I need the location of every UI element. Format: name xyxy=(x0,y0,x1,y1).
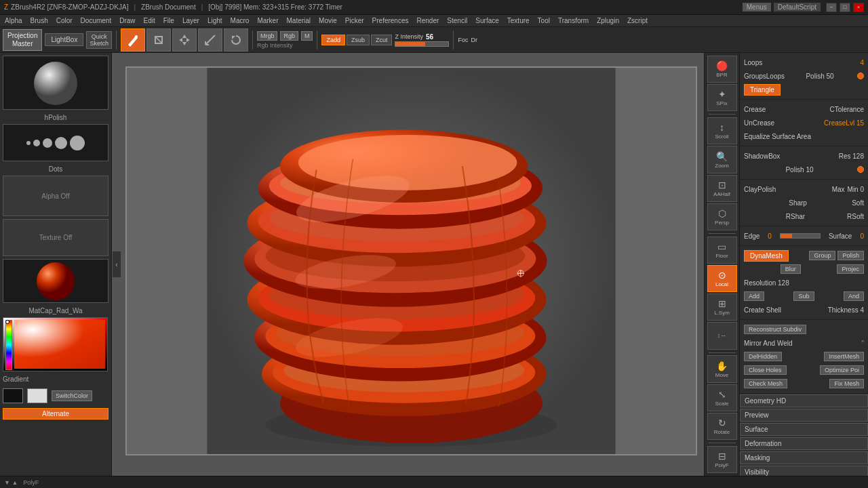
resolution-label[interactable]: Resolution 128 xyxy=(744,279,789,287)
mirror-weld-value[interactable]: " xyxy=(861,340,864,347)
minimize-btn[interactable]: − xyxy=(826,3,837,12)
add-btn[interactable]: Add xyxy=(744,291,764,301)
sharp-label[interactable]: Sharp xyxy=(789,199,807,207)
menu-marker[interactable]: Marker xyxy=(255,16,280,25)
edge-slider[interactable] xyxy=(780,233,821,239)
maximize-btn[interactable]: □ xyxy=(840,3,850,12)
insertmesh-btn[interactable]: InsertMesh xyxy=(824,352,864,361)
polish10-toggle[interactable] xyxy=(857,166,864,173)
delhidden-btn[interactable]: DelHidden xyxy=(744,352,782,361)
menu-draw[interactable]: Draw xyxy=(117,16,137,25)
deformation-btn[interactable]: Deformation xyxy=(740,437,868,450)
menu-zplugin[interactable]: Zplugin xyxy=(595,16,621,25)
polish50-label[interactable]: Polish 50 xyxy=(806,73,833,80)
hue-strip[interactable] xyxy=(5,320,12,370)
menu-render[interactable]: Render xyxy=(415,16,441,25)
menu-tool[interactable]: Tool xyxy=(536,16,552,25)
script-btn[interactable]: DefaultScript xyxy=(774,3,821,12)
creaselv-label[interactable]: CreaseLvl 15 xyxy=(824,119,864,127)
bpr-btn[interactable]: 🔴 BPR xyxy=(707,56,737,83)
material-preview[interactable] xyxy=(3,259,108,303)
menu-file[interactable]: File xyxy=(161,16,176,25)
menu-surface[interactable]: Surface xyxy=(473,16,500,25)
canvas-area[interactable] xyxy=(112,53,704,476)
polyf-btn[interactable]: ⊟ PolyF xyxy=(707,446,737,473)
rgb-toggle[interactable]: Rgb xyxy=(280,31,298,41)
blur-btn[interactable]: Blur xyxy=(781,264,801,274)
fix-mesh-btn[interactable]: Fix Mesh xyxy=(829,379,864,388)
optimize-poi-btn[interactable]: Optimize Poi xyxy=(820,365,864,375)
visibility-btn[interactable]: Visibility xyxy=(740,466,868,476)
polish-btn[interactable]: Polish xyxy=(837,251,864,260)
geometry-hd-btn[interactable]: Geometry HD xyxy=(740,394,868,407)
canvas-inner[interactable] xyxy=(125,66,697,455)
scale-btn[interactable] xyxy=(198,28,222,52)
move-tool-btn[interactable]: ✋ Move xyxy=(707,355,737,382)
mrgb-toggle[interactable]: Mrgb xyxy=(257,31,278,41)
claypolish-label[interactable]: ClayPolish xyxy=(744,186,776,193)
alpha-preview[interactable]: Alpha Off xyxy=(3,176,108,216)
dots-preview[interactable] xyxy=(3,124,108,161)
edge-label[interactable]: Edge xyxy=(744,232,760,240)
dynamesh-btn[interactable]: DynaMesh xyxy=(744,250,789,262)
rotate-tool-btn[interactable]: ↻ Rotate xyxy=(707,413,737,440)
surface-label[interactable]: Surface xyxy=(829,232,852,240)
menus-btn[interactable]: Menus xyxy=(743,3,771,12)
crease-label[interactable]: Crease xyxy=(744,106,766,113)
aahalf-btn[interactable]: ⊡ AAHalf xyxy=(707,175,737,202)
quick-sketch-btn[interactable]: Quick Sketch xyxy=(86,31,112,49)
spix-btn[interactable]: ✦ SPix xyxy=(707,84,737,111)
close-holes-btn[interactable]: Close Holes xyxy=(744,365,787,375)
soft-label[interactable]: Soft xyxy=(852,199,864,207)
zadd-btn[interactable]: Zadd xyxy=(321,35,345,45)
floor-btn[interactable]: ▭ Floor xyxy=(707,237,737,264)
brush-preview[interactable] xyxy=(3,56,108,110)
rshar-label[interactable]: RShar xyxy=(786,213,805,220)
menu-stencil[interactable]: Stencil xyxy=(445,16,469,25)
menu-light[interactable]: Light xyxy=(205,16,224,25)
persp-btn[interactable]: ⬡ Persp xyxy=(707,203,737,230)
thickness-label[interactable]: Thickness 4 xyxy=(828,306,864,314)
menu-transform[interactable]: Transform xyxy=(556,16,591,25)
alternate-btn[interactable]: Alternate xyxy=(3,408,108,420)
surface-section-btn[interactable]: Surface xyxy=(740,423,868,436)
draw-btn[interactable] xyxy=(121,28,145,52)
menu-edit[interactable]: Edit xyxy=(142,16,157,25)
texture-preview[interactable]: Texture Off xyxy=(3,219,108,256)
menu-preferences[interactable]: Preferences xyxy=(370,16,411,25)
and-btn[interactable]: And xyxy=(844,291,864,301)
local-btn[interactable]: ⊙ Local xyxy=(707,265,737,292)
menu-zscript[interactable]: Zscript xyxy=(625,16,650,25)
color-field[interactable] xyxy=(14,320,105,369)
menu-document[interactable]: Document xyxy=(79,16,114,25)
reconstruct-btn[interactable]: Reconstruct Subdiv xyxy=(744,325,806,334)
surface-value[interactable]: 0 xyxy=(860,232,864,240)
menu-macro[interactable]: Macro xyxy=(229,16,252,25)
ctolerance-label[interactable]: CTolerance xyxy=(829,106,864,113)
rotate-btn[interactable] xyxy=(224,28,248,52)
menu-brush[interactable]: Brush xyxy=(28,16,50,25)
menu-picker[interactable]: Picker xyxy=(343,16,366,25)
res-label[interactable]: Res 128 xyxy=(839,152,864,160)
mirror-weld-label[interactable]: Mirror And Weld xyxy=(744,340,793,347)
edge-value[interactable]: 0 xyxy=(768,232,772,240)
menu-alpha[interactable]: Alpha xyxy=(3,16,24,25)
3d-viewport[interactable] xyxy=(127,68,696,454)
polish10-label[interactable]: Polish 10 xyxy=(785,166,813,174)
close-btn[interactable]: × xyxy=(853,3,864,12)
switch-color-btn[interactable]: SwitchColor xyxy=(52,390,92,401)
z-intensity-slider[interactable] xyxy=(395,41,449,47)
create-shell-label[interactable]: Create Shell xyxy=(744,306,781,314)
foreground-color[interactable] xyxy=(3,388,23,403)
color-square[interactable] xyxy=(3,317,108,371)
menu-material[interactable]: Material xyxy=(285,16,313,25)
scroll-btn[interactable]: ↕ Scroll xyxy=(707,117,737,144)
group-btn[interactable]: Group xyxy=(809,251,835,260)
xv7-btn[interactable]: ↕↔ xyxy=(707,322,737,349)
masking-btn[interactable]: Masking xyxy=(740,451,868,464)
zsub-btn[interactable]: Zsub xyxy=(347,35,370,45)
menu-color[interactable]: Color xyxy=(54,16,75,25)
m-toggle[interactable]: M xyxy=(301,31,313,41)
loops-value[interactable]: 4 xyxy=(860,59,864,66)
preview-btn[interactable]: Preview xyxy=(740,409,868,422)
